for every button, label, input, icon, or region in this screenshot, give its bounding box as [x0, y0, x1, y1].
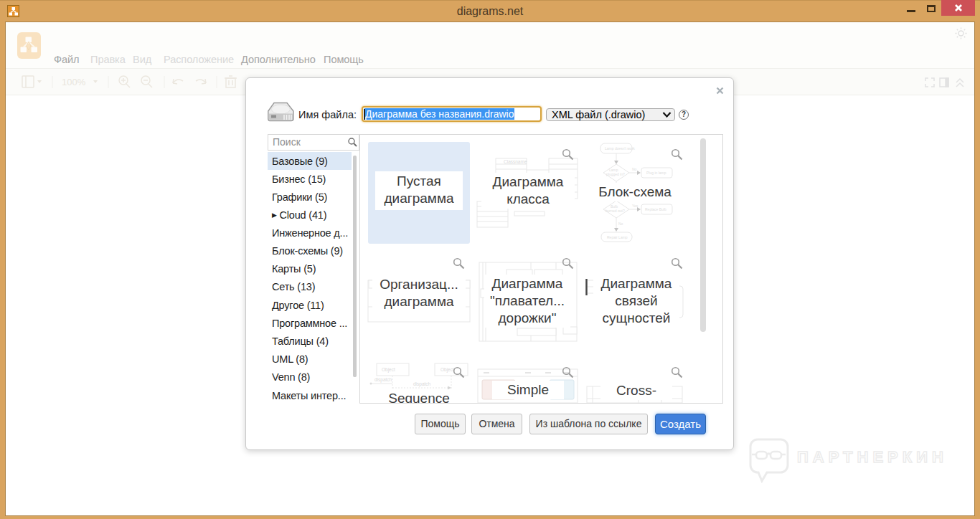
- svg-text:100%: 100%: [62, 77, 86, 87]
- svg-text:burned out?: burned out?: [606, 209, 625, 213]
- svg-text:dispatch: dispatch: [374, 377, 392, 383]
- svg-text:Replace Bulb: Replace Bulb: [645, 207, 666, 211]
- svg-text:Classname: Classname: [504, 159, 527, 164]
- svg-text:Object: Object: [382, 367, 395, 373]
- svg-text:dispatch: dispatch: [413, 381, 431, 387]
- svg-text:plugged in?: plugged in?: [606, 172, 625, 176]
- svg-text:No: No: [618, 222, 623, 226]
- svg-text:Plug in lamp: Plug in lamp: [646, 171, 666, 175]
- svg-text:No: No: [632, 167, 637, 171]
- svg-text:Lamp doesn't work: Lamp doesn't work: [605, 146, 635, 151]
- svg-text:Repair Lamp: Repair Lamp: [607, 235, 628, 239]
- svg-text:Object: Object: [440, 367, 454, 373]
- svg-text:Yes: Yes: [632, 204, 639, 208]
